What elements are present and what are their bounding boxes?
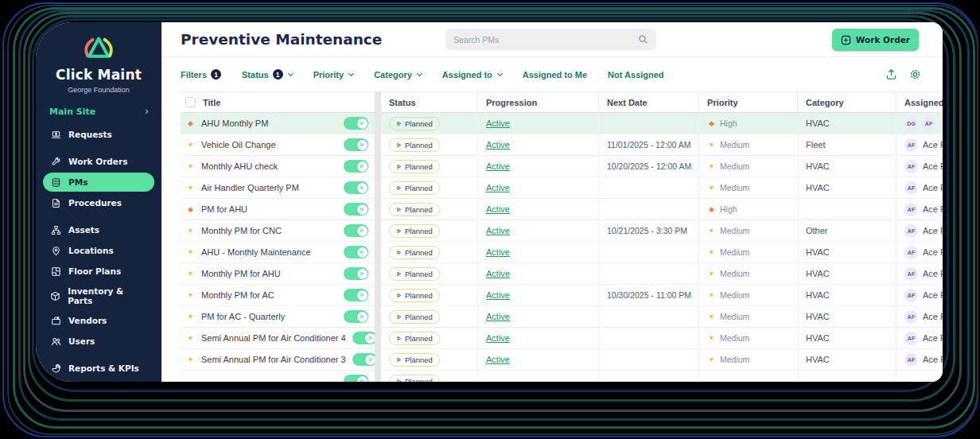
- progression-active-link[interactable]: Active: [486, 312, 510, 321]
- cell-category: HVAC: [798, 177, 896, 198]
- filter-priority[interactable]: Priority: [313, 70, 354, 80]
- sidebar-item-vendors[interactable]: Vendors: [43, 311, 154, 330]
- locations-icon: [50, 245, 61, 256]
- settings-gear-icon[interactable]: [909, 68, 921, 80]
- table-row[interactable]: ◆AHU Monthly PMPlannedActive◆HighHVACDGA…: [181, 113, 943, 134]
- pm-title: Semi Annual PM for Air Conditioner 4: [201, 333, 346, 343]
- sidebar-item-work-orders[interactable]: Work Orders: [43, 152, 154, 171]
- progression-active-link[interactable]: Active: [486, 204, 510, 214]
- priority-medium-icon: ▼: [707, 227, 716, 235]
- filter-label: Assigned to: [442, 70, 492, 80]
- sidebar-item-floor-plans[interactable]: Floor Plans: [43, 262, 154, 281]
- export-icon[interactable]: [885, 68, 897, 80]
- avatar: AF: [904, 138, 918, 152]
- priority-high-icon: ◆: [707, 119, 716, 127]
- pm-active-toggle[interactable]: [352, 353, 375, 366]
- pm-active-toggle[interactable]: [344, 203, 368, 216]
- assignee-name: Ace Frehley: [923, 204, 943, 214]
- table-row[interactable]: ▼Semi Annual PM for Air Conditioner 3Pla…: [181, 349, 943, 371]
- priority-label: Medium: [720, 226, 749, 235]
- category-value: HVAC: [806, 312, 830, 321]
- sidebar-item-locations[interactable]: Locations: [43, 241, 154, 260]
- progression-active-link[interactable]: Active: [486, 290, 510, 300]
- filter-assigned-to[interactable]: Assigned to: [442, 70, 502, 80]
- sidebar-item-procedures[interactable]: Procedures: [43, 193, 154, 212]
- table-row[interactable]: ▼Air Handler Quarterly PMPlannedActive▼M…: [181, 177, 943, 199]
- pm-active-toggle[interactable]: [344, 117, 368, 130]
- progression-active-link[interactable]: Active: [486, 333, 510, 343]
- work-order-button[interactable]: Work Order: [832, 29, 919, 51]
- table-row[interactable]: ▼AHU - Monthly MaintenancePlannedActive▼…: [181, 242, 943, 263]
- progression-active-link[interactable]: Active: [486, 161, 510, 171]
- table-row[interactable]: ▼PM for AC - QuarterlyPlannedActive▼Medi…: [181, 306, 943, 328]
- column-header-status: Status: [381, 92, 478, 112]
- floor-plans-icon: [50, 266, 61, 277]
- progression-active-link[interactable]: Active: [486, 247, 510, 257]
- pm-active-toggle[interactable]: [344, 160, 368, 173]
- app-window: Click Maint George Foundation Main Site …: [36, 22, 943, 382]
- sidebar-item-requests[interactable]: Requests: [43, 125, 154, 144]
- pm-active-toggle[interactable]: [352, 332, 375, 344]
- pm-active-toggle[interactable]: [344, 310, 368, 323]
- cell-status: Planned: [381, 349, 478, 370]
- filter-status[interactable]: Status1: [242, 69, 293, 80]
- sidebar-item-label: Requests: [68, 130, 112, 139]
- progression-active-link[interactable]: Active: [486, 140, 510, 150]
- table-row[interactable]: Planned: [181, 371, 943, 382]
- progression-active-link[interactable]: Active: [486, 269, 510, 278]
- table-row[interactable]: ◆PM for AHUPlannedActive◆HighAFAce Frehl…: [181, 199, 943, 220]
- pm-active-toggle[interactable]: [344, 181, 368, 194]
- priority-label: Medium: [720, 161, 749, 171]
- pm-active-toggle[interactable]: [344, 267, 368, 280]
- assignee-name: Ace Frehley: [923, 312, 943, 321]
- main-site-switcher[interactable]: Main Site ›: [36, 106, 161, 117]
- table-row[interactable]: ▼Monthly PM for ACPlannedActive10/30/202…: [181, 285, 943, 306]
- table-row[interactable]: ▼Monthly AHU checkPlannedActive10/20/202…: [181, 156, 943, 177]
- progression-active-link[interactable]: Active: [486, 118, 510, 128]
- cell-title: ▼Semi Annual PM for Air Conditioner 3: [181, 349, 375, 370]
- filter-count-badge: 1: [211, 69, 221, 80]
- table-row[interactable]: ▼Semi Annual PM for Air Conditioner 4Pla…: [181, 328, 943, 349]
- page-title: Preventive Maintenance: [181, 31, 382, 48]
- assignee-name: Ace Frehley: [923, 226, 943, 235]
- pm-active-toggle[interactable]: [344, 375, 368, 382]
- column-divider: [375, 91, 381, 382]
- cell-category: [798, 371, 896, 382]
- work-order-label: Work Order: [856, 35, 910, 45]
- pm-active-toggle[interactable]: [344, 289, 368, 301]
- cell-next-date: [599, 199, 699, 220]
- select-all-checkbox[interactable]: [185, 97, 196, 107]
- cell-status: Planned: [381, 263, 478, 284]
- play-icon: [396, 379, 402, 383]
- filter-filters[interactable]: Filters1: [181, 69, 221, 80]
- priority-label: Medium: [720, 183, 749, 192]
- sidebar-item-reports-kpis[interactable]: Reports & KPIs: [43, 359, 154, 378]
- toggle-knob-play-icon: [357, 269, 368, 279]
- filter-assigned-to-me[interactable]: Assigned to Me: [523, 70, 587, 80]
- sidebar-item-pms[interactable]: PMs: [43, 173, 154, 192]
- search-icon[interactable]: [638, 34, 648, 45]
- progression-active-link[interactable]: Active: [486, 355, 510, 364]
- sidebar-item-users[interactable]: Users: [43, 332, 154, 351]
- avatar: AF: [904, 353, 918, 367]
- assignee-name: Ace Frehley: [923, 161, 943, 171]
- filter-not-assigned[interactable]: Not Assigned: [608, 70, 664, 80]
- progression-active-link[interactable]: Active: [486, 183, 510, 192]
- search-input[interactable]: [453, 35, 638, 45]
- table-row[interactable]: ▼Vehicle Oil ChangePlannedActive11/01/20…: [181, 134, 943, 156]
- table-row[interactable]: ▼Monthly PM for CNCPlannedActive10/21/20…: [181, 220, 943, 242]
- sidebar-item-inventory-parts[interactable]: Inventory & Parts: [43, 282, 154, 309]
- toggle-knob-play-icon: [357, 312, 368, 322]
- pm-active-toggle[interactable]: [344, 138, 368, 151]
- cell-assigned-to: AFAce Frehley: [896, 156, 943, 177]
- cell-assigned-to: AFAce Frehley: [896, 328, 943, 348]
- priority-medium-icon: ▼: [707, 184, 716, 192]
- sidebar-item-assets[interactable]: Assets: [43, 220, 154, 239]
- cell-priority: ▼Medium: [699, 328, 798, 348]
- priority-label: Medium: [720, 140, 749, 150]
- filter-category[interactable]: Category: [374, 70, 422, 80]
- table-row[interactable]: ▼Monthly PM for AHUPlannedActive▼MediumH…: [181, 263, 943, 285]
- pm-active-toggle[interactable]: [344, 224, 368, 237]
- progression-active-link[interactable]: Active: [486, 226, 510, 235]
- pm-active-toggle[interactable]: [344, 246, 368, 258]
